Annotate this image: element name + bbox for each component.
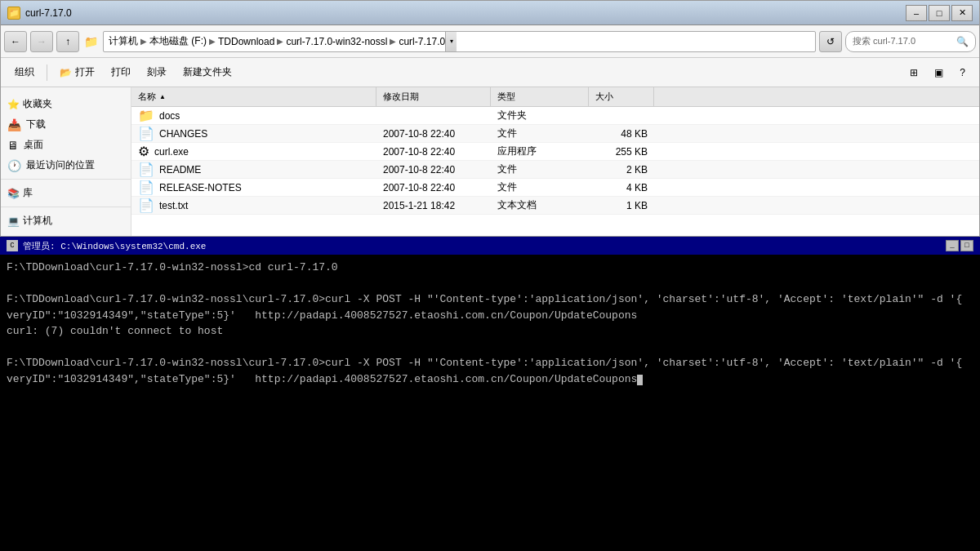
sidebar-item-desktop[interactable]: 🖥 桌面: [1, 135, 131, 155]
file-date: 2007-10-8 22:40: [376, 128, 491, 140]
open-button[interactable]: 📂 打开: [52, 61, 102, 84]
print-button[interactable]: 打印: [104, 61, 138, 84]
preview-pane-button[interactable]: ▣: [927, 61, 951, 84]
file-date: 2007-10-8 22:40: [376, 164, 491, 176]
refresh-button[interactable]: ↺: [819, 31, 842, 52]
back-button[interactable]: ←: [4, 31, 27, 52]
sidebar-item-recent[interactable]: 🕐 最近访问的位置: [1, 155, 131, 176]
close-button[interactable]: ✕: [951, 5, 973, 21]
sidebar-library-section: 📚 库: [1, 183, 131, 203]
file-icon: 📄: [138, 126, 154, 141]
file-type: 文件夹: [491, 109, 589, 122]
table-row[interactable]: 📄test.txt 2015-1-21 18:42 文本文档 1 KB: [131, 197, 979, 215]
cmd-controls: _ □: [946, 240, 973, 251]
cmd-line: curl: (7) couldn't connect to host: [7, 323, 973, 340]
sidebar-library-header[interactable]: 📚 库: [1, 183, 131, 203]
maximize-button[interactable]: □: [929, 5, 950, 21]
column-header-name[interactable]: 名称 ▲: [131, 87, 376, 106]
search-input[interactable]: 搜索 curl-7.17.0: [853, 35, 956, 47]
breadcrumb-nossl: curl-7.17.0-win32-nossl: [286, 36, 387, 47]
cmd-title-bar: C 管理员: C:\Windows\system32\cmd.exe _ □: [0, 237, 980, 255]
sidebar-computer-header[interactable]: 💻 计算机: [1, 211, 131, 231]
file-size: 255 KB: [589, 146, 654, 158]
address-bar-area: ← → ↑ 📁 计算机 ▶ 本地磁盘 (F:) ▶ TDDownload ▶ c…: [1, 25, 979, 58]
up-button[interactable]: ↑: [56, 31, 79, 52]
view-options-button[interactable]: ⊞: [902, 61, 925, 84]
sidebar-favorites-section: ⭐ 收藏夹 📥 下载 🖥 桌面 🕐 最近访问的位置: [1, 94, 131, 176]
file-date: 2015-1-21 18:42: [376, 200, 491, 211]
new-folder-button[interactable]: 新建文件夹: [176, 61, 239, 84]
file-type: 文本文档: [491, 198, 589, 212]
explorer-window: 📁 curl-7.17.0 – □ ✕ ← → ↑ 📁 计算机 ▶ 本地磁盘 (…: [0, 0, 980, 237]
title-bar: 📁 curl-7.17.0 – □ ✕: [1, 1, 979, 25]
file-list-header: 名称 ▲ 修改日期 类型 大小: [131, 87, 979, 107]
title-controls: – □ ✕: [906, 5, 973, 21]
file-type: 应用程序: [491, 144, 589, 158]
recent-icon: 🕐: [7, 159, 21, 172]
library-icon: 📚: [7, 188, 20, 199]
column-header-modified[interactable]: 修改日期: [376, 87, 491, 106]
cmd-title-text: C 管理员: C:\Windows\system32\cmd.exe: [7, 240, 206, 252]
column-header-size[interactable]: 大小: [589, 87, 654, 106]
cmd-line: [7, 276, 973, 292]
window-title: curl-7.17.0: [25, 7, 72, 19]
help-button[interactable]: ?: [952, 61, 973, 84]
cmd-content: F:\TDDownload\curl-7.17.0-win32-nossl>cd…: [0, 255, 980, 392]
file-name: ⚙curl.exe: [131, 144, 376, 159]
burn-button[interactable]: 刻录: [140, 61, 174, 84]
minimize-button[interactable]: –: [906, 5, 927, 21]
cmd-line: veryID":"1032914349","stateType":5}' htt…: [7, 308, 973, 324]
toolbar: 组织 📂 打开 打印 刻录 新建文件夹 ⊞ ▣ ?: [1, 58, 979, 87]
file-icon: 📄: [138, 180, 154, 195]
main-content: ⭐ 收藏夹 📥 下载 🖥 桌面 🕐 最近访问的位置: [1, 87, 979, 236]
table-row[interactable]: 📄RELEASE-NOTES 2007-10-8 22:40 文件 4 KB: [131, 179, 979, 197]
sidebar: ⭐ 收藏夹 📥 下载 🖥 桌面 🕐 最近访问的位置: [1, 87, 131, 236]
sidebar-computer-section: 💻 计算机: [1, 211, 131, 231]
sidebar-separator-2: [1, 207, 131, 207]
file-size: 4 KB: [589, 182, 654, 193]
file-rows-container: 📁docs 文件夹 📄CHANGES 2007-10-8 22:40 文件 48…: [131, 107, 979, 215]
cmd-window: C 管理员: C:\Windows\system32\cmd.exe _ □ F…: [0, 237, 980, 551]
cmd-line: F:\TDDownload\curl-7.17.0-win32-nossl\cu…: [7, 291, 973, 308]
breadcrumb-drive: 本地磁盘 (F:): [149, 34, 207, 48]
breadcrumb[interactable]: 计算机 ▶ 本地磁盘 (F:) ▶ TDDownload ▶ curl-7.17…: [103, 31, 816, 52]
cmd-line: [7, 340, 973, 356]
file-size: 1 KB: [589, 200, 654, 211]
breadcrumb-dropdown-arrow[interactable]: ▾: [445, 31, 457, 52]
breadcrumb-computer: 计算机: [109, 34, 138, 48]
table-row[interactable]: ⚙curl.exe 2007-10-8 22:40 应用程序 255 KB: [131, 143, 979, 161]
sort-arrow: ▲: [159, 93, 166, 100]
breadcrumb-tddownload: TDDownload: [218, 36, 274, 47]
forward-button[interactable]: →: [30, 31, 53, 52]
folder-file-icon: 📁: [138, 108, 154, 123]
file-name: 📁docs: [131, 108, 376, 123]
file-date: 2007-10-8 22:40: [376, 146, 491, 158]
file-name: 📄RELEASE-NOTES: [131, 180, 376, 195]
computer-icon: 💻: [7, 216, 20, 227]
window-icon: 📁: [7, 7, 20, 20]
file-type: 文件: [491, 127, 589, 140]
table-row[interactable]: 📁docs 文件夹: [131, 107, 979, 125]
cmd-maximize-button[interactable]: □: [960, 240, 973, 251]
column-header-type[interactable]: 类型: [491, 87, 589, 106]
table-row[interactable]: 📄README 2007-10-8 22:40 文件 2 KB: [131, 161, 979, 179]
sidebar-favorites-header[interactable]: ⭐ 收藏夹: [1, 94, 131, 114]
cmd-cursor: [637, 375, 643, 385]
file-type: 文件: [491, 180, 589, 194]
sidebar-item-download[interactable]: 📥 下载: [1, 114, 131, 135]
organize-button[interactable]: 组织: [7, 61, 42, 84]
cmd-line: F:\TDDownload\curl-7.17.0-win32-nossl\cu…: [7, 355, 973, 371]
star-icon: ⭐: [7, 99, 20, 110]
file-icon: 📄: [138, 162, 154, 177]
file-date: 2007-10-8 22:40: [376, 182, 491, 193]
toolbar-separator-1: [47, 64, 47, 81]
title-bar-left: 📁 curl-7.17.0: [7, 7, 72, 20]
file-size: 2 KB: [589, 164, 654, 176]
file-list-area: 名称 ▲ 修改日期 类型 大小 📁docs 文件夹 📄CHANGES 2007-…: [131, 87, 979, 236]
table-row[interactable]: 📄CHANGES 2007-10-8 22:40 文件 48 KB: [131, 125, 979, 143]
file-size: 48 KB: [589, 128, 654, 140]
sidebar-separator-1: [1, 179, 131, 180]
search-box[interactable]: 搜索 curl-7.17.0 🔍: [845, 31, 976, 52]
cmd-minimize-button[interactable]: _: [946, 240, 959, 251]
file-name: 📄CHANGES: [131, 126, 376, 141]
